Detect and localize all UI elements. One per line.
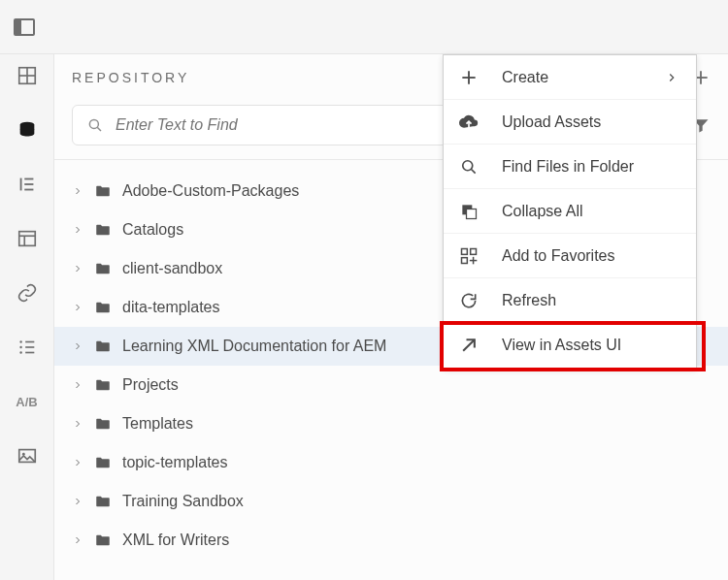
rail-image-icon[interactable] (16, 444, 39, 467)
chevron-right-icon[interactable] (72, 224, 83, 236)
folder-icon (93, 221, 113, 239)
menu-item-label: Collapse All (502, 203, 678, 220)
menu-item-collapse-all[interactable]: Collapse All (444, 189, 696, 234)
chevron-right-icon (665, 71, 678, 84)
chevron-right-icon[interactable] (72, 263, 83, 274)
tree-item-label: Training Sandbox (122, 493, 244, 510)
menu-item-label: Create (502, 69, 644, 86)
folder-icon (93, 376, 113, 394)
chevron-right-icon[interactable] (72, 534, 83, 546)
chevron-right-icon[interactable] (72, 418, 83, 430)
upload-icon (457, 111, 480, 134)
tree-item-label: client-sandbox (122, 260, 222, 277)
tree-item-label: Learning XML Documentation for AEM (122, 338, 386, 355)
menu-item-add-favorites[interactable]: Add to Favorites (444, 234, 696, 278)
chevron-right-icon[interactable] (72, 496, 83, 507)
folder-icon (93, 454, 113, 471)
tree-row[interactable]: Projects (54, 366, 728, 404)
panel-title: REPOSITORY (72, 70, 189, 85)
tree-row[interactable]: topic-templates (54, 443, 728, 482)
folder-icon (93, 415, 113, 433)
panel-left-icon[interactable] (13, 16, 36, 39)
tree-item-label: Catalogs (122, 221, 183, 239)
rail-list-icon[interactable] (16, 336, 39, 359)
tree-item-label: topic-templates (122, 454, 228, 471)
folder-icon (93, 493, 113, 510)
chevron-right-icon[interactable] (72, 340, 83, 352)
refresh-icon (457, 289, 480, 312)
chevron-right-icon[interactable] (72, 185, 83, 197)
menu-item-label: Add to Favorites (502, 247, 678, 265)
menu-item-label: Find Files in Folder (502, 158, 678, 176)
tree-row[interactable]: XML for Writers (54, 521, 728, 560)
chevron-right-icon[interactable] (72, 302, 83, 313)
tree-row[interactable]: Templates (54, 404, 728, 443)
top-rail (0, 0, 728, 54)
chevron-right-icon[interactable] (72, 457, 83, 468)
folder-icon (93, 338, 113, 355)
tree-item-label: Adobe-Custom-Packages (122, 182, 299, 200)
context-menu: CreateUpload AssetsFind Files in FolderC… (443, 54, 697, 369)
rail-outline-icon[interactable] (16, 173, 39, 196)
tree-row[interactable]: Training Sandbox (54, 482, 728, 521)
tree-item-label: XML for Writers (122, 532, 229, 549)
tree-item-label: Templates (122, 415, 193, 433)
tree-item-label: dita-templates (122, 299, 220, 316)
menu-item-label: Refresh (502, 292, 678, 309)
search-icon (457, 155, 480, 178)
rail-layout-icon[interactable] (16, 227, 39, 250)
plus-icon (457, 66, 480, 89)
menu-item-view-assets-ui[interactable]: View in Assets UI (444, 323, 696, 368)
search-icon (86, 116, 104, 134)
folder-icon (93, 260, 113, 277)
menu-item-upload-assets[interactable]: Upload Assets (444, 100, 696, 145)
folder-icon (93, 299, 113, 316)
open-icon (457, 334, 480, 357)
rail-repository-icon[interactable] (16, 118, 39, 142)
tree-item-label: Projects (122, 376, 179, 394)
rail-link-icon[interactable] (16, 281, 39, 305)
chevron-right-icon[interactable] (72, 379, 83, 391)
menu-item-find-files[interactable]: Find Files in Folder (444, 145, 696, 189)
collapse-icon (457, 200, 480, 223)
rail-ab-icon[interactable]: A/B (16, 390, 39, 413)
left-rail: A/B (0, 54, 53, 580)
menu-item-label: Upload Assets (502, 113, 678, 131)
grid-add-icon (457, 244, 480, 268)
folder-icon (93, 532, 113, 549)
rail-grid-icon[interactable] (16, 64, 39, 87)
folder-icon (93, 182, 113, 200)
menu-item-refresh[interactable]: Refresh (444, 278, 696, 323)
menu-item-label: View in Assets UI (502, 337, 678, 354)
menu-item-create[interactable]: Create (444, 55, 696, 100)
